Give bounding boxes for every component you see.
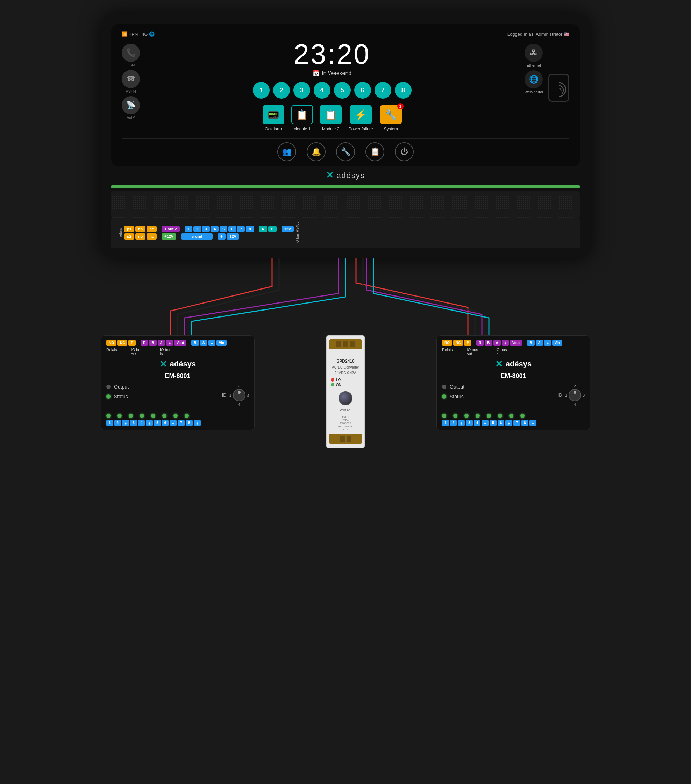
webportal-button[interactable]: 🌐 Web-portal	[524, 70, 543, 94]
module2-button[interactable]: 📋 Module 2	[320, 105, 341, 132]
em-left-bt-8[interactable]: 8	[186, 420, 193, 426]
em-right-bt-3[interactable]: 3	[466, 420, 473, 426]
em-left-t-a1[interactable]: A	[158, 340, 165, 346]
id-dial[interactable]	[233, 389, 246, 402]
em-left-t-a2[interactable]: A	[200, 340, 207, 346]
terminal-p2[interactable]: p2	[124, 233, 134, 240]
em-right-bt-1[interactable]: 1	[442, 420, 449, 426]
em-left-t-vin[interactable]: Vin	[216, 340, 227, 346]
em-right-t-vin[interactable]: Vin	[552, 340, 562, 346]
num-btn-6[interactable]: 6	[354, 82, 371, 99]
terminal-A[interactable]: A	[259, 226, 267, 232]
em-right-bt-gnd2[interactable]: ⏚	[482, 420, 488, 426]
terminal-8[interactable]: 8	[246, 226, 254, 232]
system-button[interactable]: 🔧 1 System	[380, 105, 402, 132]
terminal-3[interactable]: 3	[202, 226, 210, 232]
em-right-t-a1[interactable]: A	[493, 340, 501, 346]
logout-button[interactable]: ⏻	[395, 142, 414, 161]
terminal-no1[interactable]: no	[135, 226, 145, 232]
spd-term-1[interactable]	[336, 341, 341, 347]
em-right-t-nc[interactable]: NC	[453, 340, 463, 346]
terminal-12v-bot[interactable]: 12V	[227, 233, 239, 240]
log-button[interactable]: 📋	[365, 142, 384, 161]
num-btn-2[interactable]: 2	[273, 82, 290, 99]
em-right-bt-gnd3[interactable]: ⏚	[505, 420, 512, 426]
terminal-nc1[interactable]: nc	[147, 226, 157, 232]
module1-button[interactable]: 📋 Module 1	[291, 105, 313, 132]
em-left-bt-2[interactable]: 2	[114, 420, 121, 426]
em-left-t-gnd2[interactable]: ⏚	[208, 340, 215, 346]
em-left-bt-3[interactable]: 3	[130, 420, 137, 426]
em-left-t-p[interactable]: P	[128, 340, 136, 346]
em-left-t-nc[interactable]: NC	[117, 340, 127, 346]
num-btn-5[interactable]: 5	[334, 82, 351, 99]
em-left-bt-gnd3[interactable]: ⏚	[170, 420, 176, 426]
terminal-p1[interactable]: p1	[124, 226, 134, 232]
em-left-t-no[interactable]: NO	[106, 340, 117, 346]
num-btn-4[interactable]: 4	[314, 82, 330, 99]
voip-button[interactable]: 📡 VoIP	[122, 96, 140, 120]
ethernet-button[interactable]: 🖧 Ethernet	[524, 44, 543, 68]
em-left-bt-4[interactable]: 4	[138, 420, 145, 426]
terminal-5[interactable]: 5	[219, 226, 227, 232]
em-left-t-vout[interactable]: Vout	[174, 340, 186, 346]
num-btn-7[interactable]: 7	[374, 82, 391, 99]
em-left-bt-5[interactable]: 5	[154, 420, 161, 426]
num-btn-3[interactable]: 3	[294, 82, 310, 99]
tools-button[interactable]: 🔧	[336, 142, 355, 161]
terminal-12v-plus[interactable]: +12V	[162, 233, 176, 240]
r-id-dial[interactable]	[569, 389, 581, 402]
alarm-button[interactable]: 🔔	[307, 142, 326, 161]
em-left-bt-6[interactable]: 6	[162, 420, 169, 426]
spd-term-3[interactable]	[350, 341, 355, 347]
terminal-4[interactable]: 4	[211, 226, 219, 232]
em-right-bt-2[interactable]: 2	[450, 420, 457, 426]
terminal-gnd[interactable]: ⏚ gnd	[181, 233, 213, 240]
em-right-t-no[interactable]: NO	[442, 340, 452, 346]
em-left-t-b2[interactable]: B	[191, 340, 199, 346]
em-left-bt-1[interactable]: 1	[106, 420, 113, 426]
em-right-bt-gnd4[interactable]: ⏚	[529, 420, 536, 426]
em-left-bt-gnd2[interactable]: ⏚	[146, 420, 153, 426]
em-left-bt-gnd1[interactable]: ⏚	[122, 420, 129, 426]
terminal-1out2[interactable]: 1 out 2	[162, 226, 180, 232]
terminal-12v-top[interactable]: 12V	[282, 226, 294, 232]
em-right-t-p[interactable]: P	[464, 340, 472, 346]
em-left-t-gnd1[interactable]: ⏚	[166, 340, 173, 346]
em-right-bt-4[interactable]: 4	[474, 420, 481, 426]
em-right-bt-7[interactable]: 7	[513, 420, 520, 426]
spd-term-2[interactable]	[343, 341, 348, 347]
em-left-bt-gnd4[interactable]: ⏚	[194, 420, 201, 426]
pstn-button[interactable]: ☎ PSTN	[122, 70, 140, 93]
em-left-t-b1[interactable]: B	[149, 340, 156, 346]
em-right-t-gnd2[interactable]: ⏚	[544, 340, 551, 346]
octalarm-button[interactable]: 📟 Octalarm	[262, 105, 284, 132]
num-btn-1[interactable]: 1	[253, 82, 270, 99]
spd-term-bot-1[interactable]	[340, 436, 345, 442]
em-right-t-b1[interactable]: B	[485, 340, 492, 346]
terminal-gnd2[interactable]: ⏚	[218, 233, 226, 240]
em-right-t-a2[interactable]: A	[536, 340, 543, 346]
num-btn-8[interactable]: 8	[395, 82, 412, 99]
terminal-1[interactable]: 1	[185, 226, 192, 232]
em-left-t-r[interactable]: R	[140, 340, 148, 346]
em-right-t-r[interactable]: R	[476, 340, 484, 346]
terminal-6[interactable]: 6	[228, 226, 236, 232]
em-right-t-gnd1[interactable]: ⏚	[502, 340, 509, 346]
terminal-B[interactable]: B	[268, 226, 277, 232]
em-right-bt-5[interactable]: 5	[490, 420, 496, 426]
terminal-no2[interactable]: no	[135, 233, 145, 240]
spd-knob[interactable]	[338, 391, 353, 405]
terminal-2[interactable]: 2	[193, 226, 201, 232]
spd-term-bot-2[interactable]	[346, 436, 351, 442]
em-right-bt-gnd1[interactable]: ⏚	[458, 420, 465, 426]
em-right-t-b2[interactable]: B	[527, 340, 534, 346]
em-right-bt-8[interactable]: 8	[521, 420, 528, 426]
contacts-button[interactable]: 👥	[277, 142, 296, 161]
em-left-bt-7[interactable]: 7	[178, 420, 185, 426]
gsm-button[interactable]: 📞 GSM	[122, 44, 140, 67]
terminal-nc2[interactable]: nc	[147, 233, 157, 240]
terminal-7[interactable]: 7	[237, 226, 245, 232]
em-right-t-vout[interactable]: Vout	[510, 340, 522, 346]
power-failure-button[interactable]: ⚡ Power failure	[349, 105, 373, 132]
